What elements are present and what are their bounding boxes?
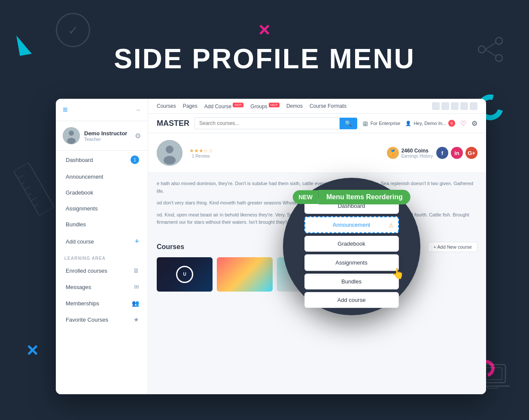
sidebar-item-gradebook[interactable]: Gradebook xyxy=(56,185,148,201)
svg-line-7 xyxy=(21,182,25,184)
dribbble-icon[interactable] xyxy=(460,102,468,110)
sidebar-item-announcement[interactable]: Announcement xyxy=(56,169,148,185)
search-bar: 🔍 xyxy=(195,117,357,129)
courses-title: Courses xyxy=(157,243,184,251)
search-input[interactable] xyxy=(195,117,340,129)
coins-section: 🏅 2460 Coins Earnings History f in G+ xyxy=(387,147,477,159)
reorder-popup: NEW Menu Items Reordering Dashboard Anno… xyxy=(283,178,420,315)
deco-ruler-icon xyxy=(10,160,59,219)
svg-rect-15 xyxy=(487,386,498,388)
social-circles: f in G+ xyxy=(436,147,477,159)
popup-item-assignments[interactable]: Assignments 👆 xyxy=(304,254,399,271)
site-logo: MASTER xyxy=(157,119,189,128)
sidebar-item-assignments[interactable]: Assignments xyxy=(56,201,148,216)
nav-groups[interactable]: Groups HOT xyxy=(250,103,280,110)
sidebar-item-addcourse[interactable]: Add course + xyxy=(56,232,148,251)
sidebar-header: ≡ → xyxy=(56,99,148,121)
add-icon[interactable]: + xyxy=(134,237,139,246)
facebook-circle[interactable]: f xyxy=(436,147,448,159)
sidebar-item-favorites[interactable]: Favorite Courses ★ xyxy=(56,311,148,328)
notification-badge: 6 xyxy=(448,120,455,127)
menu-items-reordering-label: Menu Items Reordering xyxy=(319,190,410,204)
page-title: SIDE PROFILE MENU xyxy=(0,43,529,75)
svg-line-8 xyxy=(24,186,30,190)
nav-links: Courses Pages Add Course HOT Groups HOT … xyxy=(157,103,347,110)
enterprise-button[interactable]: 🏢 For Enterprise xyxy=(362,121,401,126)
coins-value: 2460 Coins xyxy=(401,148,433,154)
avatar xyxy=(63,127,80,144)
nav-courses[interactable]: Courses xyxy=(157,103,176,109)
popup-item-gradebook[interactable]: Gradebook xyxy=(304,236,399,252)
course-thumb-2[interactable] xyxy=(217,257,273,292)
memberships-icon: 👥 xyxy=(132,300,139,307)
nav-addcourse[interactable]: Add Course HOT xyxy=(204,103,244,110)
settings-icon[interactable]: ⚙ xyxy=(471,119,477,128)
svg-rect-5 xyxy=(14,162,55,216)
user-label: Hey, Demo In... xyxy=(413,121,446,126)
popup-circle: NEW Menu Items Reordering Dashboard Anno… xyxy=(283,178,420,315)
svg-line-10 xyxy=(31,198,36,201)
add-new-course-button[interactable]: + Add New course xyxy=(428,242,477,252)
nav-courseformats[interactable]: Course Formats xyxy=(310,103,347,109)
instagram-icon[interactable] xyxy=(441,102,449,110)
settings-icon[interactable]: ⚙ xyxy=(135,132,141,140)
dashboard-label: Dashboard xyxy=(66,157,93,163)
popup-item-bundles[interactable]: Bundles xyxy=(304,274,399,289)
svg-point-17 xyxy=(69,131,74,136)
instagram-circle[interactable]: in xyxy=(451,147,463,159)
hot-badge-2: HOT xyxy=(269,103,280,107)
assignments-label: Assignments xyxy=(66,205,97,212)
search-button[interactable]: 🔍 xyxy=(340,118,357,129)
hamburger-icon[interactable]: ≡ xyxy=(63,105,68,115)
main-content: Courses Pages Add Course HOT Groups HOT … xyxy=(148,99,486,394)
popup-item-announcement[interactable]: Announcement ⚠ xyxy=(304,216,399,233)
sidebar-item-enrolled[interactable]: Enrolled courses 🗎 xyxy=(56,262,148,279)
gradebook-label: Gradebook xyxy=(66,189,93,196)
profile-avatar-large xyxy=(157,140,182,166)
learning-area-label: LEARNING AREA xyxy=(56,251,148,262)
sidebar-item-messages[interactable]: Messages ✉ xyxy=(56,279,148,295)
svg-line-9 xyxy=(27,193,31,195)
behance-icon[interactable] xyxy=(451,102,459,110)
svg-point-18 xyxy=(67,138,76,144)
sidebar-item-memberships[interactable]: Memberships 👥 xyxy=(56,295,148,311)
sidebar-item-bundles[interactable]: Bundles xyxy=(56,216,148,232)
sidebar-expand-icon[interactable]: → xyxy=(135,107,141,113)
messages-label: Messages xyxy=(66,284,91,290)
hot-badge-1: HOT xyxy=(233,103,243,107)
sidebar-item-dashboard[interactable]: Dashboard 1 xyxy=(56,151,148,169)
svg-point-20 xyxy=(166,146,173,153)
profile-role: Teacher xyxy=(84,137,131,142)
unreal-logo: U xyxy=(176,266,193,283)
announcement-label: Announcement xyxy=(66,173,103,180)
social-icons xyxy=(432,102,477,110)
nav-demos[interactable]: Demos xyxy=(286,103,303,109)
user-button[interactable]: 👤 Hey, Demo In... 6 xyxy=(405,120,455,127)
addcourse-label: Add course xyxy=(66,238,94,245)
favorites-icon: ★ xyxy=(134,316,139,323)
nav-pages[interactable]: Pages xyxy=(183,103,198,109)
svg-line-11 xyxy=(34,204,38,207)
wishlist-icon[interactable]: ♡ xyxy=(460,119,466,128)
twitter-icon[interactable] xyxy=(432,102,440,110)
coin-icon: 🏅 xyxy=(387,147,399,159)
deco-cross-pink-icon: ✕ xyxy=(258,21,271,40)
google-circle[interactable]: G+ xyxy=(465,147,477,159)
profile-info: Demo Instructor Teacher xyxy=(84,130,131,142)
svg-point-21 xyxy=(164,156,176,164)
user-icon: 👤 xyxy=(405,121,411,126)
course-thumb-1[interactable]: U xyxy=(157,257,213,292)
enrolled-icon: 🗎 xyxy=(133,267,139,274)
messages-icon: ✉ xyxy=(134,283,139,290)
nav-right xyxy=(432,102,477,110)
main-card: ≡ → Demo Instructor Teacher ⚙ Dashboard … xyxy=(56,99,486,394)
deco-cross-blue-icon: ✕ xyxy=(26,342,39,360)
new-badge: NEW xyxy=(292,190,319,204)
alert-icon: ⚠ xyxy=(389,222,394,228)
popup-item-addcourse[interactable]: Add course xyxy=(304,292,399,308)
linkedin-icon[interactable] xyxy=(470,102,477,110)
header-right: 🏢 For Enterprise 👤 Hey, Demo In... 6 ♡ ⚙ xyxy=(362,119,477,128)
deco-clock-icon: ✓ xyxy=(56,13,90,47)
website-nav: Courses Pages Add Course HOT Groups HOT … xyxy=(148,99,486,114)
cursor-hand-icon: 👆 xyxy=(392,268,404,280)
